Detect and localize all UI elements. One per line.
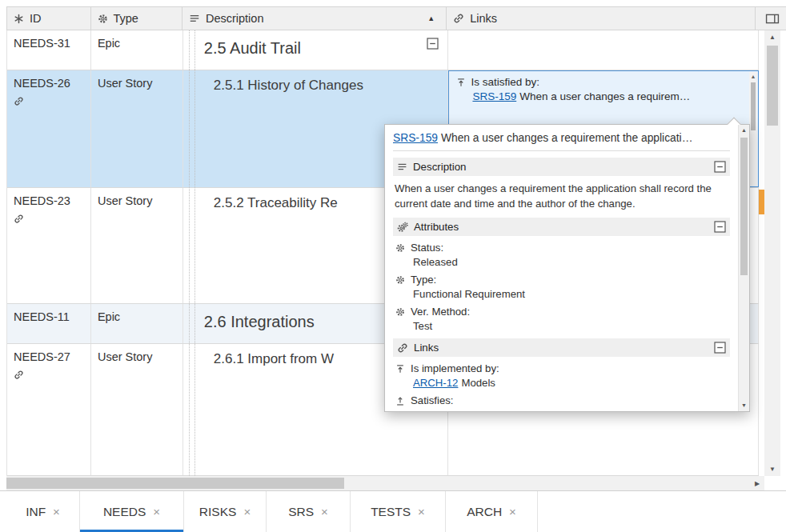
vertical-scrollbar-thumb[interactable] <box>767 46 778 126</box>
close-icon[interactable]: × <box>509 505 516 518</box>
close-icon[interactable]: × <box>321 505 328 518</box>
id-cell[interactable]: NEEDS-26 <box>7 70 91 187</box>
minus-square-icon <box>427 38 439 50</box>
attribute-name: Status: <box>411 242 443 254</box>
attribute-name: Ver. Method: <box>411 306 470 318</box>
link-relation-row: Satisfies: <box>395 394 730 406</box>
link-srs-159-title[interactable]: SRS-159 <box>393 132 438 144</box>
attribute-ver-method: Ver. Method: Test <box>393 306 730 332</box>
popup-scrollbar-thumb[interactable] <box>740 138 748 275</box>
id-cell[interactable]: NEEDS-27 <box>7 344 91 475</box>
id-cell[interactable]: NEEDS-31 <box>7 30 91 70</box>
link-relation-label: Is satisfied by: <box>471 76 539 88</box>
link-relation-label: Satisfies: <box>411 394 454 406</box>
link-relation-row: Is implemented by: <box>395 362 730 374</box>
scroll-up-icon: ▲ <box>769 34 776 41</box>
close-icon[interactable]: × <box>153 505 160 518</box>
column-label-description: Description <box>206 12 264 25</box>
close-icon[interactable]: × <box>243 505 251 518</box>
tab-tests[interactable]: TESTS × <box>351 491 446 532</box>
tab-arch[interactable]: ARCH × <box>446 491 538 532</box>
incoming-link-icon <box>456 78 466 87</box>
tab-inf[interactable]: INF × <box>6 491 80 532</box>
attribute-value: Released <box>395 256 730 268</box>
type-cell[interactable]: Epic <box>91 304 183 343</box>
tab-label: ARCH <box>467 505 502 519</box>
link-item: SRS-159When a user changes a requirem… <box>456 90 728 102</box>
section-header-description[interactable]: Description <box>393 158 730 176</box>
column-header-links[interactable]: Links <box>447 7 756 30</box>
link-item: ARCH-12Models <box>395 377 730 389</box>
link-relation-label: Is implemented by: <box>411 362 499 374</box>
popup-scrollbar[interactable]: ▲ ▼ <box>738 125 749 411</box>
id-cell[interactable]: NEEDS-11 <box>7 304 91 343</box>
column-label-type: Type <box>114 12 138 25</box>
document-tabs: INF × NEEDS × RISKS × SRS × TESTS × ARCH… <box>0 490 786 532</box>
table-header: ID Type Description ▲ Links <box>6 6 786 30</box>
list-icon <box>189 13 200 24</box>
column-header-extra[interactable] <box>756 7 786 30</box>
links-cell-scrollbar[interactable]: ▲ <box>749 72 757 186</box>
attribute-value: Test <box>395 320 730 332</box>
scroll-right-icon: ▶ <box>755 480 760 487</box>
scroll-right-button[interactable]: ▶ <box>750 476 764 490</box>
requirements-table-view: ID Type Description ▲ Links NEEDS-31 Epi… <box>0 0 786 532</box>
gear-icon <box>395 275 405 285</box>
tab-needs[interactable]: NEEDS × <box>80 491 184 532</box>
link-icon <box>14 214 24 224</box>
section-header-attributes[interactable]: Attributes <box>393 218 730 236</box>
tab-label: SRS <box>288 505 314 519</box>
tab-label: NEEDS <box>103 505 146 519</box>
type-cell[interactable]: Epic <box>91 30 183 70</box>
link-icon <box>397 342 408 354</box>
links-cell[interactable] <box>448 30 759 70</box>
sort-ascending-icon[interactable]: ▲ <box>427 15 435 22</box>
close-icon[interactable]: × <box>53 505 60 518</box>
link-icon <box>14 370 24 380</box>
link-group-satisfies: Satisfies: <box>393 394 730 406</box>
columns-icon <box>765 14 780 24</box>
horizontal-scrollbar-thumb[interactable] <box>6 478 344 489</box>
column-header-description[interactable]: Description ▲ <box>182 7 447 30</box>
horizontal-scrollbar[interactable]: ▶ <box>6 476 764 490</box>
section-header-links[interactable]: Links <box>393 338 730 357</box>
links-cell-scrollbar-thumb[interactable] <box>751 82 756 130</box>
attribute-name-row: Ver. Method: <box>395 306 730 318</box>
gear-icon <box>395 243 405 253</box>
collapse-section-icon[interactable] <box>714 342 726 354</box>
close-icon[interactable]: × <box>418 505 425 518</box>
type-cell[interactable]: User Story <box>91 188 183 303</box>
column-header-id[interactable]: ID <box>7 7 91 30</box>
scroll-down-icon: ▼ <box>739 400 749 411</box>
requirement-preview-popup: SRS-159When a user changes a requirement… <box>384 124 750 412</box>
requirement-type: User Story <box>98 194 153 207</box>
scroll-up-button[interactable]: ▲ <box>764 30 780 44</box>
column-header-type[interactable]: Type <box>91 7 182 30</box>
gear-icon <box>395 307 405 317</box>
vertical-scrollbar[interactable]: ▲ ▼ <box>764 30 780 476</box>
collapse-section-button[interactable] <box>427 38 440 51</box>
list-icon <box>397 162 407 172</box>
link-item-text: When a user changes a requirem… <box>519 90 690 102</box>
link-group-implemented-by: Is implemented by: ARCH-12Models <box>393 362 730 389</box>
tab-label: RISKS <box>199 505 237 519</box>
collapse-section-icon[interactable] <box>714 221 726 233</box>
table-row-needs-31[interactable]: NEEDS-31 Epic 2.5 Audit Trail <box>7 30 759 70</box>
id-cell[interactable]: NEEDS-23 <box>7 188 91 303</box>
type-cell[interactable]: User Story <box>91 344 183 475</box>
description-cell[interactable]: 2.5 Audit Trail <box>183 30 449 70</box>
description-text: When a user changes a requirement the ap… <box>393 176 730 211</box>
tab-srs[interactable]: SRS × <box>267 491 351 532</box>
section-label: Description <box>413 161 467 173</box>
link-arch-12[interactable]: ARCH-12 <box>413 377 458 389</box>
incoming-link-icon <box>395 364 405 374</box>
highlight-marker <box>759 190 764 214</box>
requirement-type: User Story <box>98 350 153 363</box>
scroll-down-icon: ▼ <box>769 466 776 473</box>
tab-risks[interactable]: RISKS × <box>184 491 267 532</box>
type-cell[interactable]: User Story <box>91 70 183 187</box>
scroll-down-button[interactable]: ▼ <box>764 462 780 476</box>
link-srs-159[interactable]: SRS-159 <box>472 90 516 102</box>
attribute-name-row: Status: <box>395 242 730 254</box>
collapse-section-icon[interactable] <box>714 161 726 173</box>
